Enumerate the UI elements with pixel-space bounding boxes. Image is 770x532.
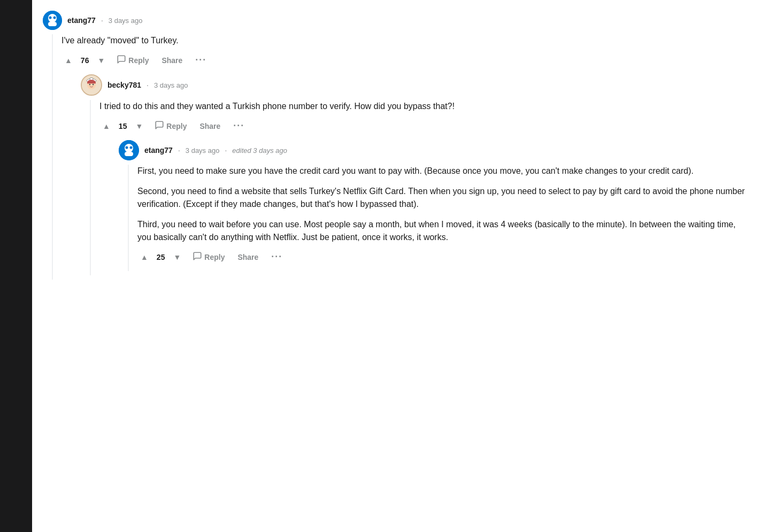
- share-label-1: Share: [161, 56, 182, 65]
- upvote-btn-2[interactable]: [99, 120, 113, 133]
- username-becky781[interactable]: becky781: [107, 81, 141, 89]
- thread-line-1: [52, 34, 53, 280]
- avatar-etang77-2: [119, 140, 139, 160]
- reply-btn-3[interactable]: Reply: [188, 249, 229, 265]
- comment-3: etang77 · 3 days ago · edited 3 days ago: [119, 140, 749, 271]
- reply-btn-1[interactable]: Reply: [112, 52, 153, 68]
- more-label-1: ···: [195, 55, 206, 66]
- comment-2-actions: 15 Reply: [99, 118, 749, 134]
- downvote-btn-3[interactable]: [170, 251, 184, 264]
- comment-1-right: I've already "moved" to Turkey. 76: [61, 34, 749, 280]
- comment-2-header: becky781 · 3 days ago: [81, 74, 749, 96]
- more-label-2: ···: [233, 120, 244, 132]
- comment-2-body-wrapper: I tried to do this and they wanted a Tur…: [81, 100, 749, 275]
- upvote-icon-2: [103, 122, 110, 130]
- comment-thread: etang77 · 3 days ago I've already "moved…: [43, 11, 749, 280]
- dot-sep-1: ·: [101, 16, 103, 25]
- svg-point-10: [93, 84, 94, 86]
- thread-line-3: [128, 165, 129, 271]
- comment-3-text: First, you need to make sure you have th…: [137, 165, 749, 244]
- dot-sep-3b: ·: [225, 146, 227, 155]
- comment-1: etang77 · 3 days ago I've already "moved…: [43, 11, 749, 280]
- upvote-icon-1: [65, 56, 72, 65]
- reply-icon-1: [117, 55, 126, 66]
- comment-1-para-0: I've already "moved" to Turkey.: [61, 34, 749, 47]
- reply-icon-3: [192, 251, 202, 263]
- more-btn-1[interactable]: ···: [191, 52, 211, 68]
- vote-count-1: 76: [80, 56, 90, 65]
- left-sidebar: [0, 0, 32, 532]
- svg-rect-4: [48, 22, 57, 26]
- upvote-icon-3: [141, 253, 148, 261]
- more-label-3: ···: [271, 251, 282, 263]
- more-btn-3[interactable]: ···: [267, 249, 287, 265]
- comment-3-right: First, you need to make sure you have th…: [137, 165, 749, 271]
- svg-rect-15: [125, 152, 133, 156]
- upvote-btn-1[interactable]: [61, 54, 75, 67]
- svg-point-13: [126, 147, 128, 149]
- timestamp-3: 3 days ago: [186, 147, 220, 155]
- vote-count-3: 25: [156, 253, 166, 261]
- dot-sep-3: ·: [178, 146, 180, 155]
- downvote-icon-2: [135, 122, 143, 130]
- share-btn-3[interactable]: Share: [233, 251, 263, 264]
- comment-1-header: etang77 · 3 days ago: [43, 11, 749, 30]
- dot-sep-2: ·: [147, 81, 149, 89]
- thread-line-2: [90, 100, 91, 275]
- comment-1-body-wrapper: I've already "moved" to Turkey. 76: [43, 34, 749, 280]
- comment-3-header: etang77 · 3 days ago · edited 3 days ago: [119, 140, 749, 160]
- svg-point-2: [49, 17, 52, 19]
- reply-label-1: Reply: [128, 56, 149, 65]
- timestamp-1: 3 days ago: [109, 17, 143, 25]
- comment-2-right: I tried to do this and they wanted a Tur…: [99, 100, 749, 275]
- svg-point-3: [53, 17, 56, 19]
- svg-point-14: [130, 147, 133, 149]
- edited-tag-3: edited 3 days ago: [232, 147, 287, 155]
- comment-2-para-0: I tried to do this and they wanted a Tur…: [99, 100, 749, 113]
- comment-3-para-2: Third, you need to wait before you can u…: [137, 218, 749, 244]
- comment-1-text: I've already "moved" to Turkey.: [61, 34, 749, 47]
- share-label-2: Share: [199, 122, 220, 130]
- avatar-becky781: [81, 74, 102, 96]
- comment-3-actions: 25: [137, 249, 749, 265]
- comment-3-para-1: Second, you need to find a website that …: [137, 185, 749, 211]
- content-area: etang77 · 3 days ago I've already "moved…: [32, 0, 770, 532]
- reply-label-3: Reply: [204, 253, 225, 261]
- share-label-3: Share: [237, 253, 258, 261]
- timestamp-2: 3 days ago: [154, 81, 188, 89]
- comment-3-body-wrapper: First, you need to make sure you have th…: [119, 165, 749, 271]
- avatar-etang77-1: [43, 11, 62, 30]
- comment-3-para-0: First, you need to make sure you have th…: [137, 165, 749, 178]
- reply-btn-2[interactable]: Reply: [150, 118, 191, 134]
- comment-1-actions: 76 Reply Share: [61, 52, 749, 68]
- downvote-icon-1: [97, 56, 105, 65]
- vote-count-2: 15: [118, 122, 128, 130]
- share-btn-1[interactable]: Share: [157, 54, 187, 67]
- username-etang77-2[interactable]: etang77: [144, 146, 173, 155]
- comment-2-text: I tried to do this and they wanted a Tur…: [99, 100, 749, 113]
- downvote-icon-3: [173, 253, 181, 261]
- username-etang77-1[interactable]: etang77: [67, 16, 96, 25]
- downvote-btn-2[interactable]: [132, 120, 146, 133]
- reply-label-2: Reply: [166, 122, 187, 130]
- more-btn-2[interactable]: ···: [229, 118, 249, 134]
- upvote-btn-3[interactable]: [137, 251, 151, 264]
- downvote-btn-1[interactable]: [94, 54, 108, 67]
- reply-icon-2: [155, 120, 164, 132]
- svg-point-9: [89, 84, 91, 86]
- comment-2: becky781 · 3 days ago I tried to do this…: [81, 74, 749, 275]
- share-btn-2[interactable]: Share: [195, 120, 225, 133]
